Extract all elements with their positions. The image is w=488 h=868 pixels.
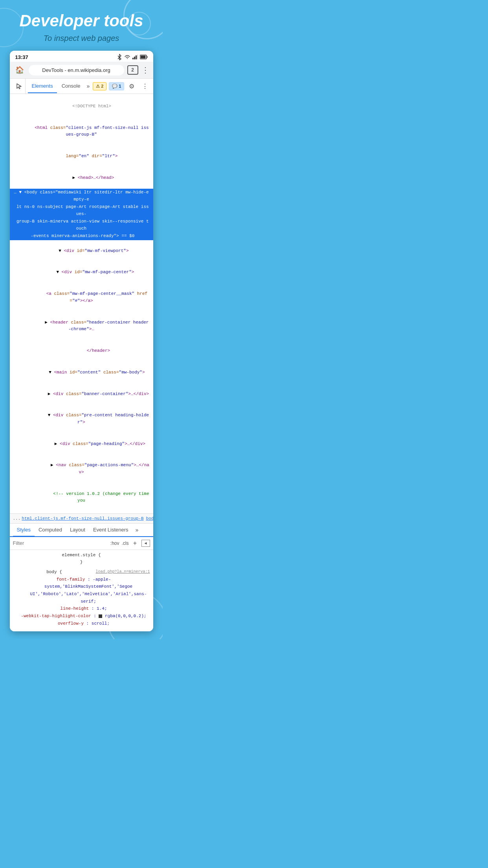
- dom-line-page-center[interactable]: ▼ <div id="mw-mf-page-center">: [10, 262, 153, 283]
- tab-count[interactable]: 2: [127, 65, 138, 75]
- devtools-tab-bar: Elements Console » ⚠ 2 💬 1 ⚙ ⋮: [10, 79, 153, 94]
- url-bar[interactable]: DevTools - en.m.wikipedia.org: [29, 65, 124, 75]
- svg-rect-2: [136, 55, 137, 59]
- browser-menu-button[interactable]: ⋮: [141, 65, 149, 75]
- dom-line-body-class3[interactable]: -events minerva-animations-ready"> == $0: [10, 232, 153, 240]
- cursor-icon: [16, 83, 22, 89]
- font-family-value-cont2: UI','Roboto','Lato','Helvetica','Arial',…: [13, 590, 150, 598]
- font-family-value-cont3: serif;: [13, 598, 150, 605]
- body-style-block: body { load.php?la…n=minerva:1 font-fami…: [13, 568, 150, 627]
- tab-event-listeners[interactable]: Event Listeners: [89, 524, 132, 537]
- hover-filter-button[interactable]: :hov: [110, 541, 119, 546]
- browser-chrome: 🏠 DevTools - en.m.wikipedia.org 2 ⋮: [10, 62, 153, 79]
- status-bar: 13:37: [10, 51, 153, 62]
- bluetooth-icon: [117, 54, 122, 60]
- dom-line-comment[interactable]: <!-- version 1.0.2 (change every time yo…: [10, 483, 153, 511]
- element-style-selector[interactable]: element.style {: [13, 552, 150, 559]
- info-count: 1: [119, 84, 121, 88]
- body-style-selector-row[interactable]: body { load.php?la…n=minerva:1: [13, 568, 150, 576]
- dom-line-doctype[interactable]: <!DOCTYPE html>: [10, 96, 153, 117]
- tab-console[interactable]: Console: [58, 79, 84, 93]
- wifi-icon: [124, 55, 130, 59]
- toggle-layout-button[interactable]: ◄: [141, 540, 150, 547]
- signal-icon: [132, 55, 138, 59]
- svg-rect-6: [140, 56, 145, 59]
- dom-line-body-class2[interactable]: group-B skin-minerva action-view skin--r…: [10, 218, 153, 232]
- tab-elements[interactable]: Elements: [28, 79, 57, 93]
- home-button[interactable]: 🏠: [14, 64, 26, 76]
- dom-line-header[interactable]: ▶ <header class="header-container header…: [10, 312, 153, 340]
- svg-rect-3: [137, 55, 138, 59]
- info-icon: 💬: [112, 84, 117, 89]
- breadcrumb-html[interactable]: html.client-js.mf-font-size-null.issues-…: [22, 516, 143, 521]
- element-picker-button[interactable]: [13, 79, 26, 94]
- warn-count: 2: [101, 84, 103, 88]
- dom-line-main[interactable]: ▼ <main id="content" class="mw-body">: [10, 362, 153, 383]
- dom-line-viewport[interactable]: ▼ <div id="mw-mf-viewport">: [10, 240, 153, 262]
- info-badge[interactable]: 💬 1: [109, 82, 124, 90]
- dom-line-body-selected[interactable]: … ▼ <body class="mediawiki ltr sitedir-l…: [10, 189, 153, 203]
- dom-line-precontent[interactable]: ▼ <div class="pre-content heading-holder…: [10, 405, 153, 433]
- font-family-rule[interactable]: font-family : -apple-: [13, 576, 150, 583]
- color-swatch: [99, 614, 102, 618]
- hero-title: Developer tools: [8, 12, 155, 30]
- add-style-rule-button[interactable]: +: [131, 539, 139, 547]
- dom-line-html[interactable]: <html class="client-js mf-font-size-null…: [10, 117, 153, 145]
- status-time: 13:37: [15, 54, 28, 60]
- dom-line-html-attrs[interactable]: lang="en" dir="ltr">: [10, 145, 153, 167]
- svg-rect-5: [147, 56, 147, 58]
- styles-panel-tabs: Styles Computed Layout Event Listeners »: [10, 524, 153, 537]
- overflow-y-rule[interactable]: overflow-y : scroll;: [13, 620, 150, 627]
- filter-input[interactable]: [13, 540, 108, 546]
- dom-line-head[interactable]: ▶ <head>…</head>: [10, 167, 153, 189]
- class-filter-button[interactable]: .cls: [122, 541, 129, 546]
- dom-line-header-close[interactable]: </header>: [10, 340, 153, 362]
- element-style-block: element.style { }: [13, 552, 150, 566]
- devtools-right-actions: ⚠ 2 💬 1 ⚙ ⋮: [92, 80, 151, 92]
- webkit-tap-rule[interactable]: -webkit-tap-highlight-color : rgba(0,0,0…: [13, 612, 150, 620]
- tab-more-button[interactable]: »: [85, 79, 91, 93]
- css-rules-panel: element.style { } body { load.php?la…n=m…: [10, 550, 153, 631]
- css-source-link[interactable]: load.php?la…n=minerva:1: [95, 568, 150, 575]
- settings-button[interactable]: ⚙: [126, 80, 138, 92]
- element-style-close: }: [13, 559, 150, 566]
- breadcrumb-bar: ... html.client-js.mf-font-size-null.iss…: [10, 513, 153, 524]
- tab-layout[interactable]: Layout: [66, 524, 89, 537]
- status-icons: [117, 54, 148, 60]
- hero-section: Developer tools To inspect web pages 13:…: [0, 0, 163, 639]
- svg-rect-0: [132, 58, 134, 59]
- hero-subtitle: To inspect web pages: [8, 34, 155, 43]
- filter-actions: :hov .cls + ◄: [110, 539, 150, 547]
- dom-line-body-class1[interactable]: lt ns-0 ns-subject page-Art rootpage-Art…: [10, 203, 153, 218]
- styles-tab-more[interactable]: »: [134, 524, 140, 536]
- breadcrumb-dots: ...: [13, 516, 21, 521]
- warn-icon: ⚠: [96, 84, 100, 89]
- more-options-button[interactable]: ⋮: [139, 80, 151, 92]
- filter-bar: :hov .cls + ◄: [10, 537, 153, 550]
- line-height-rule[interactable]: line-height : 1.4;: [13, 605, 150, 612]
- battery-icon: [140, 55, 148, 59]
- warning-badge[interactable]: ⚠ 2: [93, 82, 106, 90]
- tab-computed[interactable]: Computed: [35, 524, 66, 537]
- dom-line-banner[interactable]: ▶ <div class="banner-container">…</div>: [10, 383, 153, 405]
- font-family-value-cont: system,'BlinkMacSystemFont','Segoe: [13, 583, 150, 590]
- dom-line-nav[interactable]: ▶ <nav class="page-actions-menu">…</nav>: [10, 455, 153, 483]
- dom-line-mask[interactable]: <a class="mw-mf-page-center__mask" href=…: [10, 283, 153, 312]
- breadcrumb-body[interactable]: body.mediaw: [146, 516, 153, 521]
- svg-rect-1: [134, 57, 135, 59]
- dom-line-page-heading[interactable]: ▶ <div class="page-heading">…</div>: [10, 433, 153, 455]
- tab-styles[interactable]: Styles: [13, 524, 35, 537]
- phone-mockup: 13:37: [10, 51, 153, 631]
- dom-tree: <!DOCTYPE html> <html class="client-js m…: [10, 94, 153, 513]
